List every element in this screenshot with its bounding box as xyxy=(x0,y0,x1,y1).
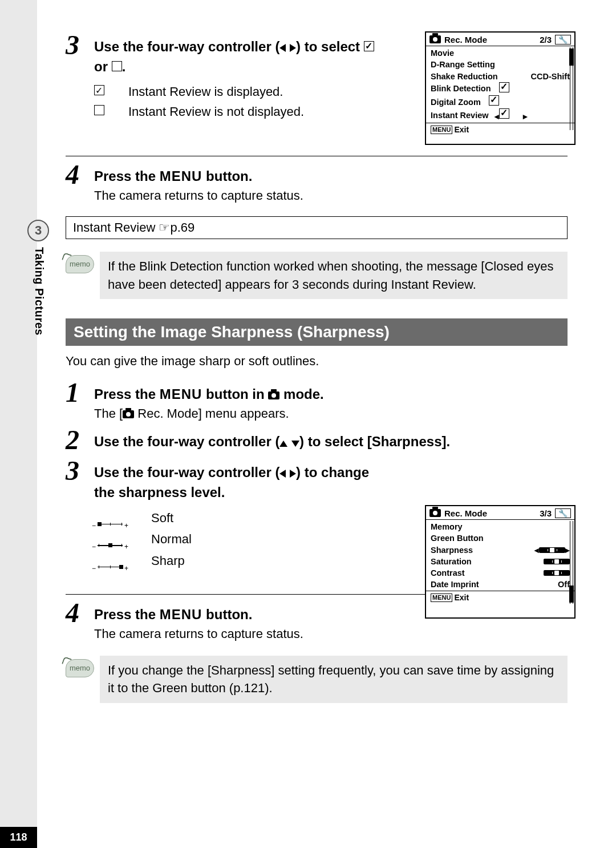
step-title: Use the four-way controller ( ) to selec… xyxy=(94,39,374,74)
memo-text: If the Blink Detection function worked w… xyxy=(100,252,568,300)
checkbox-on-icon xyxy=(499,82,509,92)
chapter-number-circle: 3 xyxy=(27,220,49,241)
tool-tab-icon: 🔧 xyxy=(555,35,571,45)
text: button in xyxy=(202,386,268,402)
menu-badge: MENU xyxy=(431,126,452,134)
level-label: Sharp xyxy=(151,550,185,571)
option-text: Instant Review is displayed. xyxy=(128,82,283,102)
section-heading: Setting the Image Sharpness (Sharpness) xyxy=(66,318,568,346)
text: Rec. Mode] menu appears. xyxy=(134,406,289,421)
text: button. xyxy=(202,607,252,622)
screen-page: 2/3 xyxy=(540,35,552,45)
text: The [ xyxy=(94,406,123,421)
step-description: The camera returns to capture status. xyxy=(94,625,568,643)
text: . xyxy=(122,59,126,74)
checkbox-on-icon xyxy=(364,41,374,51)
option-off: Instant Review is not displayed. xyxy=(94,102,385,122)
divider xyxy=(66,156,568,156)
menu-item-selected: Sharpness xyxy=(431,544,473,556)
triangle-right-icon xyxy=(290,44,296,52)
section-intro: You can give the image sharp or soft out… xyxy=(66,354,568,369)
exit-label: Exit xyxy=(454,125,469,134)
memo-block: memo If you change the [Sharpness] setti… xyxy=(66,656,568,704)
cross-reference-box: Instant Review ☞p.69 xyxy=(66,216,568,239)
menu-item: Contrast xyxy=(431,567,465,579)
step-title: Press the MENU button in mode. xyxy=(94,386,324,402)
menu-word: MENU xyxy=(160,607,202,622)
triangle-left-icon xyxy=(279,470,286,478)
triangle-left-icon xyxy=(279,44,286,52)
upper-step-4: 4 Press the MENU button. The camera retu… xyxy=(66,161,568,205)
text: Use the four-way controller ( xyxy=(94,434,279,449)
level-label: Normal xyxy=(151,528,192,550)
menu-item: Digital Zoom xyxy=(431,96,481,108)
camera-icon xyxy=(429,35,441,43)
level-label: Soft xyxy=(151,507,173,528)
text: Press the xyxy=(94,386,160,402)
text: Press the xyxy=(94,168,160,184)
step-number: 3 xyxy=(66,457,94,484)
camera-screen-rec-mode-3: Rec. Mode 3/3 🔧 Memory Green Button Shar… xyxy=(425,505,576,619)
camera-icon xyxy=(429,509,441,517)
screen-title: Rec. Mode xyxy=(444,35,487,45)
memo-icon: memo xyxy=(66,255,94,273)
menu-value: Off xyxy=(558,579,570,590)
text: button. xyxy=(202,168,252,184)
page-content: 3 Use the four-way controller ( ) to sel… xyxy=(66,31,568,703)
memo-block: memo If the Blink Detection function wor… xyxy=(66,252,568,300)
memo-icon: memo xyxy=(66,659,94,677)
text: Use the four-way controller ( xyxy=(94,465,279,480)
menu-item: Movie xyxy=(431,47,454,59)
camera-screen-rec-mode-2: Rec. Mode 2/3 🔧 Movie D-Range Setting Sh… xyxy=(425,31,576,145)
menu-item: D-Range Setting xyxy=(431,59,495,70)
slider-icon xyxy=(544,570,570,576)
checkbox-off-icon xyxy=(94,105,104,115)
text: Use the four-way controller ( xyxy=(94,39,279,54)
menu-item: Shake Reduction xyxy=(431,71,498,82)
text: ) to select xyxy=(296,39,364,54)
step-number: 3 xyxy=(66,31,94,59)
step-title: Press the MENU button. xyxy=(94,168,252,184)
step-number: 1 xyxy=(66,379,94,406)
step-number: 2 xyxy=(66,426,94,454)
chapter-tab: 3 Taking Pictures xyxy=(37,220,57,402)
chapter-title: Taking Pictures xyxy=(33,247,46,336)
option-text: Instant Review is not displayed. xyxy=(128,102,304,122)
checkbox-off-icon xyxy=(112,61,122,71)
checkbox-on-icon xyxy=(94,85,104,95)
level-normal: −+ Normal xyxy=(94,528,385,550)
text: or xyxy=(94,59,112,74)
screen-title: Rec. Mode xyxy=(444,508,487,518)
camera-icon xyxy=(268,391,279,399)
triangle-right-icon xyxy=(290,470,296,478)
step-title: Press the MENU button. xyxy=(94,607,252,622)
step-number: 4 xyxy=(66,599,94,627)
checkbox-on-icon xyxy=(499,108,509,119)
screen-page: 3/3 xyxy=(540,508,552,518)
manual-page: 3 Taking Pictures 3 Use the four-way con… xyxy=(0,0,616,848)
menu-item: Blink Detection xyxy=(431,83,491,94)
memo-text: If you change the [Sharpness] setting fr… xyxy=(100,656,568,704)
triangle-up-icon xyxy=(279,441,287,447)
menu-word: MENU xyxy=(160,168,202,184)
menu-item: Green Button xyxy=(431,532,484,544)
text: mode. xyxy=(279,386,323,402)
camera-icon xyxy=(123,410,134,418)
tool-tab-icon: 🔧 xyxy=(555,508,571,518)
level-soft: −+ Soft xyxy=(94,507,385,528)
step-title: Use the four-way controller ( ) to selec… xyxy=(94,434,450,449)
exit-label: Exit xyxy=(454,593,469,602)
option-on: Instant Review is displayed. xyxy=(94,82,385,102)
menu-value: CCD-Shift xyxy=(531,71,570,82)
text: ) to select [Sharpness]. xyxy=(299,434,450,449)
checkbox-on-icon xyxy=(489,95,499,106)
left-gutter xyxy=(0,0,37,848)
step-number: 4 xyxy=(66,161,94,188)
triangle-down-icon xyxy=(291,441,299,447)
slider-icon xyxy=(539,547,565,553)
page-number: 118 xyxy=(0,827,37,848)
menu-item-selected: Instant Review xyxy=(431,110,489,121)
menu-item: Date Imprint xyxy=(431,579,479,590)
level-sharp: −+ Sharp xyxy=(94,550,385,571)
lower-step-2: 2 Use the four-way controller ( ) to sel… xyxy=(66,426,568,454)
